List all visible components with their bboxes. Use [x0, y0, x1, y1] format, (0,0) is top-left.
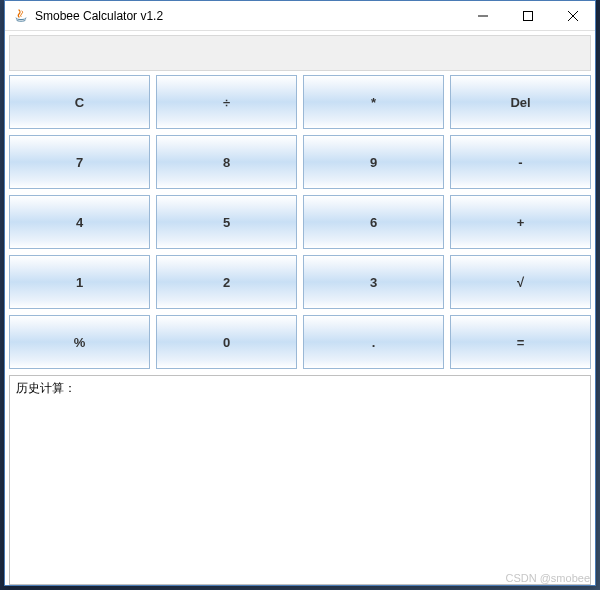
subtract-button[interactable]: -	[450, 135, 591, 189]
clear-button[interactable]: C	[9, 75, 150, 129]
equals-button[interactable]: =	[450, 315, 591, 369]
digit-0-button[interactable]: 0	[156, 315, 297, 369]
titlebar: Smobee Calculator v1.2	[5, 1, 595, 31]
app-window: Smobee Calculator v1.2 C ÷ * Del 7 8 9 -…	[4, 0, 596, 586]
digit-2-button[interactable]: 2	[156, 255, 297, 309]
history-label: 历史计算：	[16, 381, 76, 395]
divide-button[interactable]: ÷	[156, 75, 297, 129]
watermark: CSDN @smobee	[505, 572, 590, 584]
digit-4-button[interactable]: 4	[9, 195, 150, 249]
digit-5-button[interactable]: 5	[156, 195, 297, 249]
digit-3-button[interactable]: 3	[303, 255, 444, 309]
digit-6-button[interactable]: 6	[303, 195, 444, 249]
java-icon	[13, 8, 29, 24]
content-area: C ÷ * Del 7 8 9 - 4 5 6 + 1 2 3 √ % 0 . …	[5, 31, 595, 585]
digit-1-button[interactable]: 1	[9, 255, 150, 309]
multiply-button[interactable]: *	[303, 75, 444, 129]
close-button[interactable]	[550, 1, 595, 30]
close-icon	[568, 11, 578, 21]
decimal-button[interactable]: .	[303, 315, 444, 369]
add-button[interactable]: +	[450, 195, 591, 249]
window-controls	[460, 1, 595, 30]
sqrt-button[interactable]: √	[450, 255, 591, 309]
minimize-icon	[478, 11, 488, 21]
history-panel: 历史计算：	[9, 375, 591, 585]
digit-7-button[interactable]: 7	[9, 135, 150, 189]
maximize-button[interactable]	[505, 1, 550, 30]
percent-button[interactable]: %	[9, 315, 150, 369]
digit-9-button[interactable]: 9	[303, 135, 444, 189]
digit-8-button[interactable]: 8	[156, 135, 297, 189]
window-title: Smobee Calculator v1.2	[35, 9, 460, 23]
calculator-display	[9, 35, 591, 71]
maximize-icon	[523, 11, 533, 21]
delete-button[interactable]: Del	[450, 75, 591, 129]
minimize-button[interactable]	[460, 1, 505, 30]
svg-rect-1	[523, 11, 532, 20]
button-grid: C ÷ * Del 7 8 9 - 4 5 6 + 1 2 3 √ % 0 . …	[9, 75, 591, 369]
